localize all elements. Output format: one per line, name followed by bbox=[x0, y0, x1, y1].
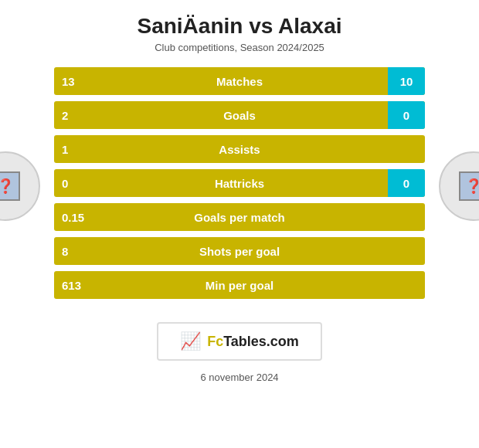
stat-label: Hattricks bbox=[215, 177, 264, 190]
stat-row: 13Matches10 bbox=[54, 67, 425, 95]
right-team-logo: ❓ bbox=[439, 151, 479, 221]
stat-right-value: 10 bbox=[388, 67, 425, 95]
right-logo-placeholder: ❓ bbox=[459, 171, 479, 201]
page-container: SaniÄanin vs Alaxai Club competitions, S… bbox=[0, 0, 479, 448]
stat-label: Goals bbox=[223, 109, 256, 122]
stat-label: Assists bbox=[219, 143, 260, 156]
stat-left-value: 0.15 bbox=[62, 211, 84, 224]
stat-right-value: 0 bbox=[388, 169, 425, 197]
stat-row: 1Assists bbox=[54, 135, 425, 163]
fctables-text: FcTables.com bbox=[207, 334, 299, 350]
page-subtitle: Club competitions, Season 2024/2025 bbox=[155, 42, 324, 53]
stat-right-value: 0 bbox=[388, 101, 425, 129]
left-team-logo: ❓ bbox=[0, 151, 40, 221]
page-title: SaniÄanin vs Alaxai bbox=[137, 14, 341, 39]
date-label: 6 november 2024 bbox=[200, 372, 278, 383]
left-logo-placeholder: ❓ bbox=[0, 171, 20, 201]
stat-row: 0Hattricks0 bbox=[54, 169, 425, 197]
stat-label: Matches bbox=[216, 75, 263, 88]
stat-row: 613Min per goal bbox=[54, 271, 425, 299]
stat-label: Min per goal bbox=[206, 279, 273, 292]
stat-row: 2Goals0 bbox=[54, 101, 425, 129]
stat-row: 0.15Goals per match bbox=[54, 203, 425, 231]
stat-left-value: 13 bbox=[62, 75, 75, 88]
stats-wrapper: ❓ ❓ 13Matches102Goals01Assists0Hattricks… bbox=[54, 67, 425, 305]
stat-left-value: 2 bbox=[62, 109, 68, 122]
stat-left-value: 1 bbox=[62, 143, 68, 156]
fctables-icon: 📈 bbox=[180, 331, 201, 351]
stat-row: 8Shots per goal bbox=[54, 237, 425, 265]
stat-label: Goals per match bbox=[194, 211, 285, 224]
stat-label: Shots per goal bbox=[199, 245, 280, 258]
stats-rows: 13Matches102Goals01Assists0Hattricks00.1… bbox=[54, 67, 425, 299]
fctables-branding: 📈 FcTables.com bbox=[157, 322, 322, 361]
stat-left-value: 8 bbox=[62, 245, 68, 258]
stat-left-value: 0 bbox=[62, 177, 68, 190]
stat-left-value: 613 bbox=[62, 279, 81, 292]
